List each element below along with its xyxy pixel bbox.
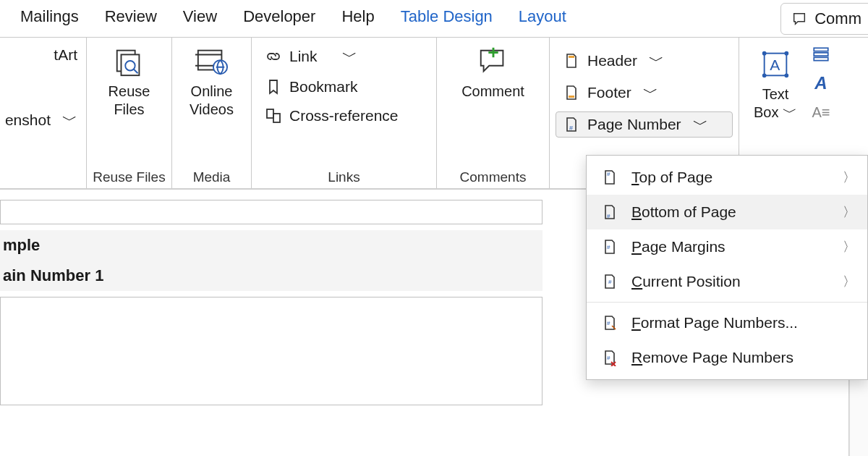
online-videos-button[interactable]: Online Videos [177,41,247,119]
menu-label: Current Position [631,273,830,290]
reuse-files-button[interactable]: Reuse Files [95,41,164,119]
smartart-button[interactable]: tArt [6,43,80,67]
footer-icon [563,84,580,101]
svg-text:#: # [607,320,610,326]
menu-remove-page-numbers[interactable]: # Remove Page Numbers [587,340,867,375]
comment-icon [477,45,510,78]
footer-button[interactable]: Footer﹀ [556,80,733,106]
page-current-icon: # [601,273,618,290]
link-button[interactable]: Link﹀ [258,43,430,69]
svg-point-18 [785,52,788,55]
link-icon [265,48,282,65]
comment-bubble-icon [791,11,807,27]
svg-rect-9 [273,114,280,122]
menu-bottom-of-page[interactable]: # Bottom of Page 〉 [587,195,867,229]
format-page-numbers-icon: # [601,314,618,332]
group-label-links: Links [258,169,430,187]
comment-button[interactable]: Comment [459,41,528,101]
chevron-down-icon: ﹀ [643,83,658,103]
svg-text:#: # [607,171,610,177]
group-comments: Comment Comments [437,38,550,188]
chevron-down-icon: ﹀ [649,51,664,71]
svg-point-20 [785,74,788,77]
tab-table-design[interactable]: Table Design [388,3,506,35]
menu-label: Top of Page [631,169,830,186]
header-icon [563,52,580,69]
online-videos-icon [195,45,229,78]
remove-page-numbers-icon: # [601,349,618,366]
svg-point-17 [763,52,766,55]
svg-text:A: A [770,56,780,73]
menu-separator [587,302,867,303]
tab-help[interactable]: Help [328,3,387,35]
menu-label: Page Margins [631,238,830,256]
chevron-right-icon: 〉 [843,203,856,221]
group-label-media: Media [178,169,245,187]
group-illustrations: tArt enshot﹀ [0,38,87,188]
quick-parts-button[interactable] [810,43,832,65]
wordart-button[interactable]: A [810,72,832,94]
drop-cap-icon: A≡ [812,104,830,121]
text-box-button[interactable]: A Text Box ﹀ [745,43,806,122]
group-media: Online Videos Media [172,38,252,188]
group-links: Link﹀ Bookmark Cross-reference Links [252,38,437,188]
comments-button[interactable]: Comm [780,3,868,35]
page-margins-icon: # [601,238,618,256]
menu-format-page-numbers[interactable]: # Format Page Numbers... [587,305,867,340]
svg-rect-13 [569,96,574,98]
menu-label: Format Page Numbers... [631,314,856,332]
tab-mailings[interactable]: Mailings [7,3,92,35]
page-bottom-icon: # [601,203,618,221]
page-number-icon: # [563,116,580,133]
tab-developer[interactable]: Developer [230,3,328,35]
svg-rect-12 [569,56,574,58]
page-number-menu: # Top of Page 〉 # Bottom of Page 〉 # Pag… [586,155,868,380]
reuse-files-icon [113,45,146,78]
menu-current-position[interactable]: # Current Position 〉 [587,264,867,299]
cross-reference-button[interactable]: Cross-reference [258,104,430,127]
page-number-button[interactable]: # Page Number﹀ [556,111,733,138]
svg-point-19 [763,74,766,77]
screenshot-button[interactable]: enshot﹀ [6,107,80,133]
chevron-down-icon: ﹀ [783,104,797,120]
group-label-reuse-files: Reuse Files [93,169,166,187]
quick-parts-icon [812,45,830,64]
header-button[interactable]: Header﹀ [556,48,733,74]
menu-label: Bottom of Page [631,203,830,221]
svg-rect-22 [814,53,828,56]
svg-text:#: # [608,279,612,285]
menu-top-of-page[interactable]: # Top of Page 〉 [587,160,867,195]
menu-page-margins[interactable]: # Page Margins 〉 [587,229,867,264]
chevron-right-icon: 〉 [843,169,856,186]
bookmark-button[interactable]: Bookmark [258,75,430,98]
gallery-heading-simple: mple [0,230,542,261]
tab-review[interactable]: Review [92,3,170,35]
drop-cap-button[interactable]: A≡ [810,101,832,123]
bookmark-icon [265,78,282,96]
chevron-down-icon: ﹀ [693,114,708,135]
gallery-item-plain-number-1[interactable]: ain Number 1 [0,261,542,291]
svg-text:#: # [607,355,610,361]
chevron-right-icon: 〉 [843,273,856,290]
ribbon-tabs: Mailings Review View Developer Help Tabl… [0,0,868,38]
comments-button-label: Comm [814,9,861,28]
group-reuse-files: Reuse Files Reuse Files [87,38,172,188]
chevron-right-icon: 〉 [843,238,856,256]
wordart-icon: A [814,73,827,93]
svg-text:#: # [607,213,610,219]
svg-text:#: # [569,124,573,132]
text-box-icon: A [759,48,792,81]
svg-rect-21 [814,48,828,51]
chevron-down-icon: ﹀ [62,110,77,130]
group-label-comments: Comments [443,169,543,187]
chevron-down-icon: ﹀ [342,46,357,67]
svg-text:#: # [607,244,610,250]
svg-rect-8 [267,109,273,118]
tab-layout[interactable]: Layout [506,3,579,35]
group-label-illustrations [6,169,80,187]
svg-rect-23 [814,57,828,60]
tab-view[interactable]: View [170,3,230,35]
cross-reference-icon [265,107,282,124]
page-top-icon: # [601,169,618,186]
menu-label: Remove Page Numbers [631,349,856,366]
